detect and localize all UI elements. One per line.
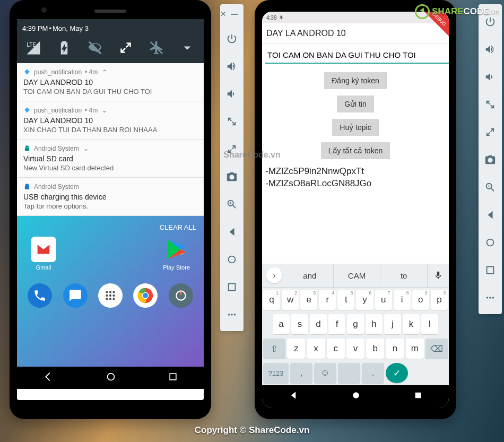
suggestion-1[interactable]: and (286, 264, 334, 287)
key-j[interactable]: j (384, 314, 401, 334)
key-l[interactable]: l (421, 314, 438, 334)
key-u[interactable]: u7 (375, 290, 392, 310)
close-icon[interactable]: ✕ (220, 10, 227, 18)
suggestion-3[interactable]: to (380, 264, 428, 287)
key-s[interactable]: s (291, 314, 308, 334)
zoom-icon[interactable] (224, 196, 240, 212)
nav-home-icon[interactable] (105, 371, 117, 385)
nav-back-icon[interactable] (42, 371, 54, 385)
key-c[interactable]: c (327, 339, 345, 359)
key-g[interactable]: g (347, 314, 364, 334)
power-icon[interactable] (224, 31, 240, 47)
app-label: Play Store (163, 264, 190, 271)
nav-back-icon[interactable] (288, 390, 299, 403)
volume-up-icon[interactable] (224, 58, 240, 74)
camera-icon[interactable] (224, 169, 240, 185)
volume-up-icon[interactable] (482, 41, 498, 57)
volume-down-icon[interactable] (224, 86, 240, 102)
more-icon[interactable] (224, 307, 240, 323)
back-icon[interactable] (224, 224, 240, 240)
key-w[interactable]: w2 (282, 290, 299, 310)
overview-icon[interactable] (224, 279, 240, 295)
key-t[interactable]: t5 (337, 290, 354, 310)
key-n[interactable]: n (386, 339, 404, 359)
rotate-right-icon[interactable] (482, 124, 498, 140)
auto-rotate-icon[interactable] (118, 40, 134, 56)
svg-point-10 (112, 298, 115, 300)
emulator-phone-left: 4:39 PM • Mon, May 3 LTE push_notificati… (10, 0, 211, 419)
key-m[interactable]: m (406, 339, 424, 359)
key-y[interactable]: y6 (356, 290, 373, 310)
key-a[interactable]: a (273, 314, 290, 334)
message-input[interactable] (265, 47, 449, 64)
key-b[interactable]: b (366, 339, 384, 359)
backspace-key[interactable]: ⌫ (425, 339, 448, 359)
dock-chrome-icon[interactable] (133, 283, 158, 308)
mic-icon[interactable] (428, 271, 449, 280)
action-button[interactable]: Đăng ký token (324, 72, 387, 89)
lte-signal-icon[interactable]: LTE (25, 40, 41, 56)
airplane-off-icon[interactable] (149, 40, 164, 56)
volume-down-icon[interactable] (482, 69, 498, 85)
home-icon[interactable] (482, 235, 498, 250)
key-f[interactable]: f (328, 314, 345, 334)
more-icon[interactable] (482, 290, 498, 306)
notification-card[interactable]: Android System⌄Virtual SD cardNew Virtua… (17, 140, 204, 178)
svg-point-28 (492, 297, 494, 299)
dock-messages-icon[interactable] (63, 283, 88, 308)
dock-phone-icon[interactable] (28, 283, 52, 308)
suggestion-row: › and CAM to (262, 264, 449, 288)
key-v[interactable]: v (346, 339, 364, 359)
shift-key[interactable]: ⇧ (263, 339, 285, 359)
clear-all-button[interactable]: CLEAR ALL (17, 218, 204, 237)
suggestion-2[interactable]: CAM (334, 264, 381, 287)
key-x[interactable]: x (307, 339, 325, 359)
key-o[interactable]: o9 (412, 290, 429, 310)
key-q[interactable]: q1 (263, 290, 280, 310)
key-k[interactable]: k (403, 314, 420, 334)
dock-apps-icon[interactable] (98, 283, 123, 308)
app-gmail[interactable]: Gmail (31, 237, 56, 271)
space-key[interactable] (338, 363, 360, 383)
enter-key[interactable]: ✓ (386, 363, 408, 383)
minimize-icon[interactable]: — (231, 10, 238, 18)
svg-point-13 (143, 293, 148, 298)
status-bar: 4:39 PM • Mon, May 3 (22, 22, 198, 34)
back-icon[interactable] (482, 207, 498, 223)
notification-card[interactable]: push_notification• 4m⌃DAY LA ANDROD 10TO… (17, 63, 204, 101)
key-h[interactable]: h (366, 314, 383, 334)
comma-key[interactable]: , (290, 363, 312, 383)
key-d[interactable]: d (310, 314, 327, 334)
overview-icon[interactable] (482, 262, 498, 278)
action-button[interactable]: Gửi tin (337, 96, 374, 112)
navigation-bar (17, 367, 204, 389)
key-r[interactable]: r4 (319, 290, 336, 310)
emulator-sidebar-left: ✕— (220, 4, 244, 331)
key-e[interactable]: e3 (300, 290, 317, 310)
svg-point-4 (112, 291, 115, 293)
app-playstore[interactable]: Play Store (163, 237, 190, 271)
camera-icon[interactable] (482, 152, 498, 168)
key-z[interactable]: z (287, 339, 305, 359)
notification-card[interactable]: Android SystemUSB charging this deviceTa… (17, 178, 204, 216)
action-button[interactable]: Huỷ topic (332, 119, 378, 136)
numeric-key[interactable]: ?123 (263, 363, 289, 383)
action-button[interactable]: Lấy tất cả token (321, 142, 390, 159)
rotate-left-icon[interactable] (482, 97, 498, 112)
key-i[interactable]: i8 (394, 290, 411, 310)
suggestion-expand-chip[interactable]: › (266, 267, 282, 283)
rotate-left-icon[interactable] (224, 114, 240, 129)
dock-camera-icon[interactable] (169, 283, 193, 308)
notification-card[interactable]: push_notification• 4m⌄DAY LA ANDROD 10XI… (17, 101, 204, 140)
eye-off-icon[interactable] (87, 40, 103, 56)
zoom-icon[interactable] (482, 179, 498, 195)
nav-home-icon[interactable] (351, 390, 361, 403)
home-icon[interactable] (224, 252, 240, 267)
key-p[interactable]: p0 (431, 290, 448, 310)
nav-overview-icon[interactable] (413, 391, 423, 402)
battery-charging-icon[interactable] (56, 40, 72, 56)
emoji-key[interactable]: ☺ (314, 363, 336, 383)
nav-overview-icon[interactable] (168, 371, 178, 384)
period-key[interactable]: . (362, 363, 384, 383)
expand-icon[interactable] (179, 40, 195, 56)
